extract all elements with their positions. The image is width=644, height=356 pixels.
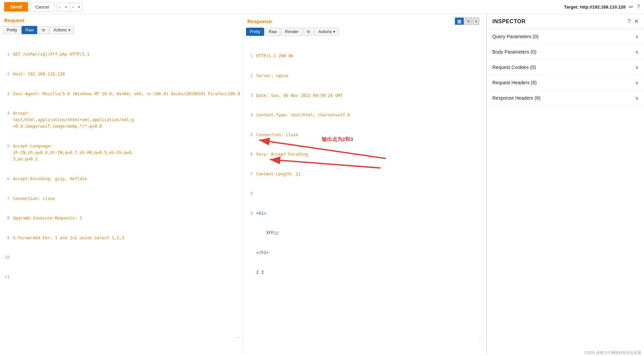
view-compact-button[interactable]: ▪ xyxy=(473,17,479,25)
request-panel: Request Pretty Raw \n Actions ▾ 1 GET /o… xyxy=(0,14,243,354)
table-row: 8 xyxy=(246,190,483,197)
inspector-item-request-cookies[interactable]: Request Cookies (0) ∨ xyxy=(487,60,644,75)
inspector-close-button[interactable]: ✕ xyxy=(634,18,639,25)
table-row: 3 User-Agent: Mozilla/5.0 (Windows NT 10… xyxy=(3,91,240,97)
help-button[interactable]: ? xyxy=(637,4,640,10)
line-content: Accept: text/html,application/xhtml+xml,… xyxy=(13,110,240,130)
table-row: 2 Host: 192.168.110.128 xyxy=(3,71,240,77)
table-row: XFF□□ xyxy=(246,230,483,236)
edit-button[interactable]: ✏ xyxy=(629,4,633,10)
response-panel: Response ▦ ≡ ▪ Pretty Raw Render \n Acti… xyxy=(243,14,487,354)
req-actions-chevron: ▾ xyxy=(68,28,70,32)
table-row: 3 Date: Sun, 06 Nov 2022 09:50:24 GMT xyxy=(246,92,483,99)
table-row: 1 GET /other/sql/Xff.php HTTP/1.1 xyxy=(3,51,240,58)
response-code-area[interactable]: 1 HTTP/1.1 200 OK 2 Server: nginx 3 Date… xyxy=(243,39,486,352)
line-content: Connection: close xyxy=(13,196,240,202)
inspector-item-response-headers[interactable]: Response Headers (6) ∨ xyxy=(487,90,644,106)
table-row: 9 <h1> xyxy=(246,210,483,217)
inspector-item-request-headers[interactable]: Request Headers (8) ∨ xyxy=(487,75,644,90)
main-container: Request Pretty Raw \n Actions ▾ 1 GET /o… xyxy=(0,14,644,354)
inspector-item-label: Request Headers (8) xyxy=(492,80,537,85)
line-num: 3 xyxy=(3,91,10,97)
bottom-bar: CSDN @致力于网络科技安全发展 xyxy=(582,350,644,354)
response-header-row: Response ▦ ≡ ▪ xyxy=(243,14,486,26)
inspector-panel: INSPECTOR ? ✕ Query Parameters (0) ∨ Bod… xyxy=(487,14,644,354)
chevron-down-icon: ∨ xyxy=(635,65,639,70)
table-row: 2 Server: nginx xyxy=(246,73,483,79)
line-num: 6 xyxy=(3,176,10,182)
line-num: 5 xyxy=(246,132,253,138)
line-num: 7 xyxy=(246,171,253,177)
line-num: 7 xyxy=(3,196,10,202)
table-row: 5 Connection: close xyxy=(246,132,483,138)
toolbar-right: Target: http://192.168.110.128 ✏ ? xyxy=(564,4,640,10)
nav-fwd-button[interactable]: › xyxy=(70,3,76,11)
line-content: Content-Length: 21 xyxy=(256,171,483,177)
table-row: 10 xyxy=(3,254,240,261)
resp-tab-raw[interactable]: Raw xyxy=(265,28,280,36)
chevron-down-icon: ∨ xyxy=(635,80,639,85)
line-num: 10 xyxy=(3,254,10,261)
table-row: 5 Accept-Language: zh-CN,zh;q=0.8,zh-TW;… xyxy=(3,143,240,163)
resp-tab-pretty[interactable]: Pretty xyxy=(246,28,264,36)
line-num: 6 xyxy=(246,151,253,158)
req-tab-raw[interactable]: Raw xyxy=(22,26,37,34)
line-content: Connection: close xyxy=(256,132,483,138)
request-code-area[interactable]: 1 GET /other/sql/Xff.php HTTP/1.1 2 Host… xyxy=(0,37,243,352)
line-num: 2 xyxy=(3,71,10,77)
nav-back-down-button[interactable]: ▾ xyxy=(63,4,69,10)
line-num: 9 xyxy=(3,235,10,241)
drag-handle: ⋮ xyxy=(477,334,485,340)
toolbar-left: Send Cancel ‹ ▾ › ▾ xyxy=(4,2,83,12)
nav-fwd-down-button[interactable]: ▾ xyxy=(76,4,82,10)
panels-area: Request Pretty Raw \n Actions ▾ 1 GET /o… xyxy=(0,14,487,354)
line-num: 4 xyxy=(246,112,253,118)
line-num: 11 xyxy=(3,274,10,281)
inspector-help-button[interactable]: ? xyxy=(628,18,631,25)
req-tab-pretty[interactable]: Pretty xyxy=(3,26,21,34)
response-panel-content: 1 HTTP/1.1 200 OK 2 Server: nginx 3 Date… xyxy=(243,37,486,354)
inspector-header-icons: ? ✕ xyxy=(628,18,639,25)
request-panel-tabs: Pretty Raw \n Actions ▾ xyxy=(0,25,243,35)
line-num: 3 xyxy=(246,92,253,99)
table-row: 11 xyxy=(3,274,240,281)
resp-tab-render[interactable]: Render xyxy=(281,28,302,36)
line-num: 2 xyxy=(246,73,253,79)
table-row: 2 3 xyxy=(246,269,483,276)
resp-actions-button[interactable]: Actions ▾ xyxy=(315,28,339,36)
view-list-button[interactable]: ≡ xyxy=(465,17,472,25)
nav-arrows: ‹ ▾ › ▾ xyxy=(56,3,83,11)
view-options: ▦ ≡ ▪ xyxy=(455,17,479,25)
line-num: 9 xyxy=(246,210,253,217)
table-row: </h1> xyxy=(246,250,483,256)
line-content: XFF□□ xyxy=(256,230,483,236)
table-row: 6 Vary: Accept-Encoding xyxy=(246,151,483,158)
chevron-down-icon: ∨ xyxy=(635,49,639,55)
line-num: 5 xyxy=(3,143,10,149)
line-num: 8 xyxy=(3,215,10,222)
line-content: HTTP/1.1 200 OK xyxy=(256,53,483,59)
inspector-header: INSPECTOR ? ✕ xyxy=(487,14,644,29)
resp-tab-newline[interactable]: \n xyxy=(303,28,314,36)
view-grid-button[interactable]: ▦ xyxy=(455,17,464,25)
table-row: 6 Accept-Encoding: gzip, deflate xyxy=(3,176,240,182)
inspector-item-query-params[interactable]: Query Parameters (0) ∨ xyxy=(487,29,644,44)
line-content: User-Agent: Mozilla/5.0 (Windows NT 10.0… xyxy=(13,91,240,97)
line-content: GET /other/sql/Xff.php HTTP/1.1 xyxy=(13,51,240,58)
table-row: 4 Content-Type: text/html; charset=utf-8 xyxy=(246,112,483,118)
table-row: 7 Content-Length: 21 xyxy=(246,171,483,177)
inspector-title: INSPECTOR xyxy=(492,18,526,25)
req-actions-button[interactable]: Actions ▾ xyxy=(50,26,74,34)
line-num: 1 xyxy=(246,53,253,59)
line-num: 1 xyxy=(3,51,10,58)
req-tab-newline[interactable]: \n xyxy=(38,26,49,34)
send-button[interactable]: Send xyxy=(4,2,28,12)
line-content: Server: nginx xyxy=(256,73,483,79)
line-content: </h1> xyxy=(256,250,483,256)
toolbar: Send Cancel ‹ ▾ › ▾ Target: http://192.1… xyxy=(0,0,644,14)
inspector-item-body-params[interactable]: Body Parameters (0) ∨ xyxy=(487,44,644,60)
cancel-button[interactable]: Cancel xyxy=(30,2,54,12)
nav-back-button[interactable]: ‹ xyxy=(57,3,63,11)
request-panel-content: 1 GET /other/sql/Xff.php HTTP/1.1 2 Host… xyxy=(0,35,243,354)
resp-actions-chevron: ▾ xyxy=(333,29,335,34)
